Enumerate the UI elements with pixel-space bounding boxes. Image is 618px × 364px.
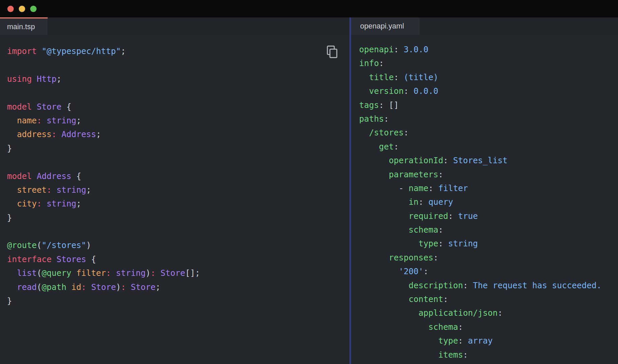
code-token: :: [463, 281, 473, 290]
code-token: string: [57, 185, 87, 195]
code-token: parameters: [389, 170, 439, 179]
code-line: responses:: [359, 251, 618, 264]
code-line: version: 0.0.0: [359, 84, 618, 98]
left-tabbar: main.tsp: [0, 17, 349, 35]
openapi-pane: openapi.yaml openapi: 3.0.0info: title: …: [351, 17, 618, 364]
code-token: schema: [409, 225, 439, 235]
code-token: :: [37, 199, 42, 208]
code-token: operationId: [389, 156, 443, 165]
copy-button[interactable]: [326, 45, 338, 59]
code-line: tags: []: [359, 98, 618, 112]
code-line: paths:: [359, 112, 618, 126]
code-line: description: The request has succeeded.: [359, 279, 618, 292]
code-token: [71, 268, 76, 278]
code-token: filter: [438, 183, 468, 193]
app-window: main.tsp import "@typespec/http"; using …: [0, 0, 618, 364]
code-token: :: [443, 294, 448, 304]
right-tabbar: openapi.yaml: [351, 17, 618, 35]
code-token: [359, 197, 409, 207]
code-line: read(@path id: Store): Store;: [7, 280, 349, 294]
code-token: using: [7, 74, 32, 84]
code-token: :: [498, 308, 503, 318]
code-token: [359, 336, 438, 346]
code-line: application/json:: [359, 306, 618, 320]
titlebar: [0, 0, 618, 17]
code-token: :: [438, 225, 443, 235]
code-line: - name: filter: [359, 181, 618, 195]
code-token: :: [394, 45, 404, 54]
code-token: content: [409, 294, 443, 304]
code-line: parameters:: [359, 168, 618, 181]
code-token: /stores: [369, 128, 404, 137]
code-token: (: [37, 268, 42, 278]
code-token: '200': [399, 266, 424, 276]
code-token: :: [448, 211, 458, 221]
code-token: {: [86, 254, 96, 264]
code-token: :: [404, 86, 414, 96]
code-token: [359, 156, 389, 165]
code-line: model Address {: [7, 169, 349, 183]
close-button[interactable]: [7, 6, 14, 12]
tab-main-tsp[interactable]: main.tsp: [0, 17, 48, 35]
code-token: title: [369, 72, 394, 82]
code-token: info: [359, 58, 379, 68]
code-line: [7, 58, 349, 72]
code-token: Stores: [57, 254, 87, 264]
code-token: address: [17, 129, 52, 139]
code-token: [359, 322, 429, 332]
zoom-button[interactable]: [30, 6, 37, 12]
code-line: items:: [359, 348, 618, 362]
code-token: list: [17, 268, 37, 278]
code-token: [52, 254, 57, 264]
code-token: interface: [7, 254, 52, 264]
code-token: responses: [389, 253, 434, 262]
copy-icon: [326, 45, 338, 59]
code-token: :: [458, 322, 463, 332]
code-line: /stores:: [359, 126, 618, 139]
code-token: filter: [76, 268, 106, 278]
code-token: [111, 268, 116, 278]
openapi-editor: openapi: 3.0.0info: title: (title) versi…: [351, 35, 618, 364]
code-line: using Http;: [7, 72, 349, 86]
code-token: -: [359, 183, 409, 193]
code-token: schema: [429, 322, 458, 332]
code-token: street: [17, 185, 47, 195]
code-token: :: [429, 183, 439, 193]
code-token: ;: [57, 74, 62, 84]
code-token: Store: [160, 268, 185, 278]
code-token: @route: [7, 240, 37, 250]
code-token: [];: [185, 268, 200, 278]
code-token: (title): [404, 72, 438, 82]
code-token: string: [448, 239, 478, 248]
code-token: :: [438, 170, 443, 179]
code-token: Store: [91, 282, 116, 292]
code-line: city: string;: [7, 197, 349, 210]
code-line: street: string;: [7, 183, 349, 197]
code-token: tags: [359, 100, 379, 110]
code-line: address: Address;: [7, 127, 349, 141]
code-token: [86, 282, 91, 292]
code-token: [57, 129, 62, 139]
code-token: {: [71, 171, 81, 181]
tab-openapi-yaml[interactable]: openapi.yaml: [351, 17, 419, 35]
code-token: description: [409, 281, 463, 290]
code-token: :: [379, 58, 384, 68]
code-token: {: [61, 102, 71, 112]
code-line: interface Stores {: [7, 252, 349, 266]
code-line: }: [7, 294, 349, 308]
code-token: :: [443, 156, 453, 165]
code-token: @path: [42, 282, 66, 292]
code-token: paths: [359, 114, 384, 124]
code-token: @query: [42, 268, 71, 278]
code-token: openapi: [359, 45, 394, 54]
code-token: ;: [121, 46, 126, 56]
minimize-button[interactable]: [19, 6, 25, 12]
code-token: The request has succeeded.: [473, 281, 602, 290]
code-token: }: [7, 143, 12, 153]
code-token: [7, 282, 17, 292]
code-token: [7, 116, 17, 125]
code-token: [52, 185, 57, 195]
editor-panes: main.tsp import "@typespec/http"; using …: [0, 17, 618, 364]
code-line: list(@query filter: string): Store[];: [7, 266, 349, 280]
code-token: string: [116, 268, 146, 278]
